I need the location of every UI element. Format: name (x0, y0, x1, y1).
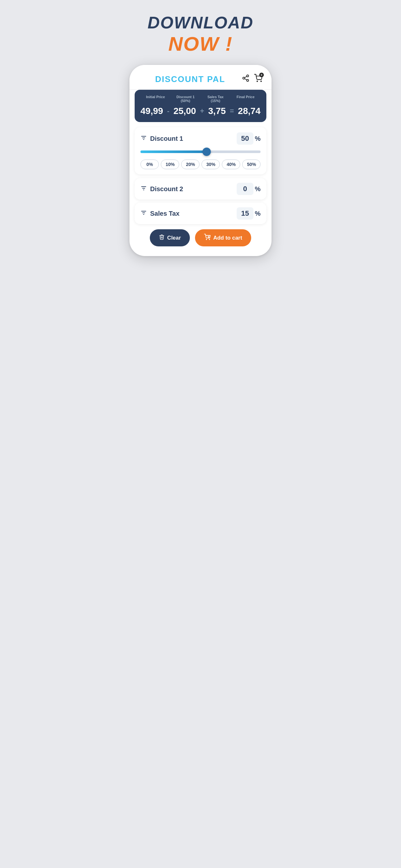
discount1-title-row: Discount 1 (141, 135, 183, 143)
hero-line1: DOWNLOAD (148, 13, 253, 32)
svg-point-17 (209, 239, 210, 240)
hero-title: DOWNLOAD NOW ! (148, 13, 253, 55)
price-sales-tax: 3,75 (208, 106, 226, 116)
svg-point-6 (261, 81, 261, 82)
share-icon[interactable] (242, 74, 250, 84)
clear-label: Clear (167, 235, 181, 241)
sales-tax-value-box: 15 % (237, 207, 260, 220)
preset-btn-40[interactable]: 40% (222, 159, 240, 169)
header-icons: 0 (242, 74, 263, 84)
sales-tax-percent: % (255, 210, 260, 217)
sales-tax-header: Sales Tax 15 % (141, 207, 260, 220)
svg-line-4 (245, 76, 247, 78)
add-to-cart-label: Add to cart (213, 235, 242, 241)
op-equals: = (229, 107, 235, 115)
discount1-header: Discount 1 50 % (141, 132, 260, 145)
discount2-header: Discount 2 0 % (141, 183, 260, 195)
price-discount1: 25,00 (174, 106, 196, 116)
slider-container[interactable] (141, 149, 260, 155)
add-to-cart-button[interactable]: Add to cart (195, 229, 251, 246)
sales-tax-value: 15 (237, 207, 253, 220)
sales-tax-label: Sales Tax (150, 210, 180, 217)
sales-tax-section: Sales Tax 15 % (135, 203, 266, 224)
preset-btn-30[interactable]: 30% (202, 159, 220, 169)
discount1-value: 50 (237, 132, 253, 145)
discount2-percent: % (255, 185, 260, 193)
clear-icon (159, 234, 165, 242)
page-wrapper: DOWNLOAD NOW ! DISCOUNT PAL (126, 13, 275, 256)
hero-line2: NOW ! (148, 32, 253, 55)
cart-header-icon[interactable]: 0 (254, 74, 263, 84)
sales-tax-title-row: Sales Tax (141, 210, 180, 218)
discount2-section: Discount 2 0 % (135, 178, 266, 199)
sales-tax-filter-icon (141, 210, 147, 218)
price-initial: 49,99 (141, 106, 163, 116)
discount1-value-box: 50 % (237, 132, 260, 145)
discount2-title-row: Discount 2 (141, 185, 183, 193)
discount1-percent: % (255, 135, 260, 143)
discount1-filter-icon (141, 135, 147, 143)
discount2-filter-icon (141, 185, 147, 193)
discount1-label: Discount 1 (150, 135, 183, 143)
cart-count: 0 (259, 73, 264, 77)
label-discount1: Discount 1(50%) (171, 95, 201, 103)
label-sales-tax: Sales Tax(15%) (201, 95, 230, 103)
price-summary-card: Initial Price Discount 1(50%) Sales Tax(… (135, 90, 266, 122)
app-header: DISCOUNT PAL (129, 65, 272, 90)
discount1-slider-row[interactable] (141, 149, 260, 155)
slider-thumb[interactable] (203, 148, 211, 156)
discount2-label: Discount 2 (150, 185, 183, 193)
app-title: DISCOUNT PAL (138, 74, 242, 84)
op-minus: - (166, 107, 170, 115)
price-labels-row: Initial Price Discount 1(50%) Sales Tax(… (141, 95, 260, 103)
discount2-value-box: 0 % (237, 183, 260, 195)
op-plus: + (199, 107, 205, 115)
discount2-value: 0 (237, 183, 253, 195)
clear-button[interactable]: Clear (150, 229, 190, 246)
label-initial: Initial Price (141, 95, 171, 103)
price-final: 28,74 (238, 106, 260, 116)
preset-btn-10[interactable]: 10% (161, 159, 179, 169)
label-final: Final Price (230, 95, 260, 103)
slider-track-fill (141, 151, 207, 153)
preset-btn-50[interactable]: 50% (242, 159, 260, 169)
action-row: Clear Add to cart (135, 229, 266, 246)
svg-point-5 (257, 81, 258, 82)
preset-btn-0[interactable]: 0% (141, 159, 159, 169)
add-to-cart-icon (204, 234, 211, 242)
price-values-row: 49,99 - 25,00 + 3,75 = 28,74 (141, 106, 260, 116)
discount1-section: Discount 1 50 % 0% 10% 20% 30% 40% (135, 127, 266, 175)
svg-line-3 (245, 79, 247, 80)
preset-btn-20[interactable]: 20% (181, 159, 199, 169)
preset-buttons: 0% 10% 20% 30% 40% 50% (141, 159, 260, 169)
svg-point-16 (206, 239, 207, 240)
phone-frame: DISCOUNT PAL (129, 65, 272, 256)
